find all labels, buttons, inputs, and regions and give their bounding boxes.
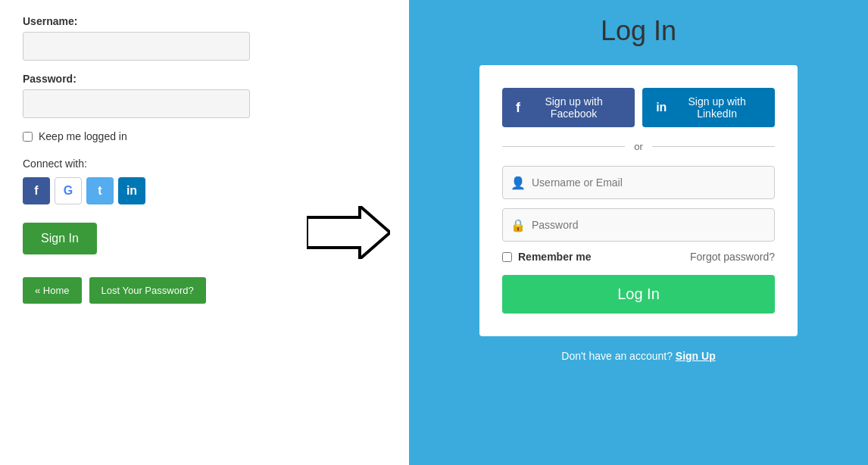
page-title: Log In (601, 15, 676, 47)
right-panel: Log In f Sign up with Facebook in Sign u… (409, 0, 868, 465)
linkedin-in-icon: in (656, 101, 667, 114)
facebook-login-button[interactable]: f Sign up with Facebook (502, 88, 635, 127)
linkedin-icon[interactable]: in (118, 177, 145, 204)
left-panel: Username: Password: Keep me logged in Co… (0, 0, 288, 465)
user-icon: 👤 (510, 176, 526, 190)
twitter-icon[interactable]: t (86, 177, 114, 204)
facebook-f-icon: f (516, 100, 520, 116)
username-label: Username: (23, 15, 265, 27)
svg-marker-0 (307, 206, 390, 259)
or-divider: or (502, 141, 775, 152)
linkedin-login-button[interactable]: in Sign up with LinkedIn (642, 88, 775, 127)
password-input[interactable] (23, 89, 250, 118)
username-email-input[interactable] (532, 167, 767, 198)
lost-password-button[interactable]: Lost Your Password? (89, 277, 206, 304)
forgot-password-link[interactable]: Forgot password? (690, 251, 775, 263)
remember-left: Remember me (502, 251, 592, 263)
remember-me-label: Remember me (518, 251, 592, 263)
remember-row: Remember me Forgot password? (502, 251, 775, 263)
facebook-icon[interactable]: f (23, 177, 50, 204)
linkedin-login-label: Sign up with LinkedIn (673, 95, 761, 120)
lock-icon: 🔒 (510, 218, 526, 232)
arrow-icon (307, 206, 390, 259)
connect-with-label: Connect with: (23, 158, 265, 170)
keep-logged-label: Keep me logged in (39, 130, 127, 142)
social-icons-row: f G t in (23, 177, 265, 204)
home-button[interactable]: « Home (23, 277, 82, 304)
remember-me-checkbox[interactable] (502, 252, 512, 262)
keep-logged-row: Keep me logged in (23, 130, 265, 142)
username-email-field-wrapper: 👤 (502, 166, 775, 199)
social-login-buttons: f Sign up with Facebook in Sign up with … (502, 88, 775, 127)
bottom-buttons: « Home Lost Your Password? (23, 277, 265, 304)
facebook-login-label: Sign up with Facebook (526, 95, 621, 120)
or-line-right (652, 146, 775, 147)
password-field-input[interactable] (532, 209, 767, 241)
password-field-wrapper: 🔒 (502, 208, 775, 242)
or-text: or (634, 141, 643, 152)
signup-link[interactable]: Sign Up (676, 350, 716, 362)
username-input[interactable] (23, 32, 250, 61)
or-line-left (502, 146, 625, 147)
google-icon[interactable]: G (55, 177, 82, 204)
log-in-button[interactable]: Log In (502, 275, 775, 314)
keep-logged-checkbox[interactable] (23, 132, 33, 142)
password-label: Password: (23, 73, 265, 85)
signup-row: Don't have an account? Sign Up (432, 336, 845, 376)
arrow-section (288, 0, 409, 465)
sign-in-button[interactable]: Sign In (23, 223, 97, 254)
signup-text: Don't have an account? (561, 350, 673, 362)
login-form-card: f Sign up with Facebook in Sign up with … (479, 65, 798, 336)
